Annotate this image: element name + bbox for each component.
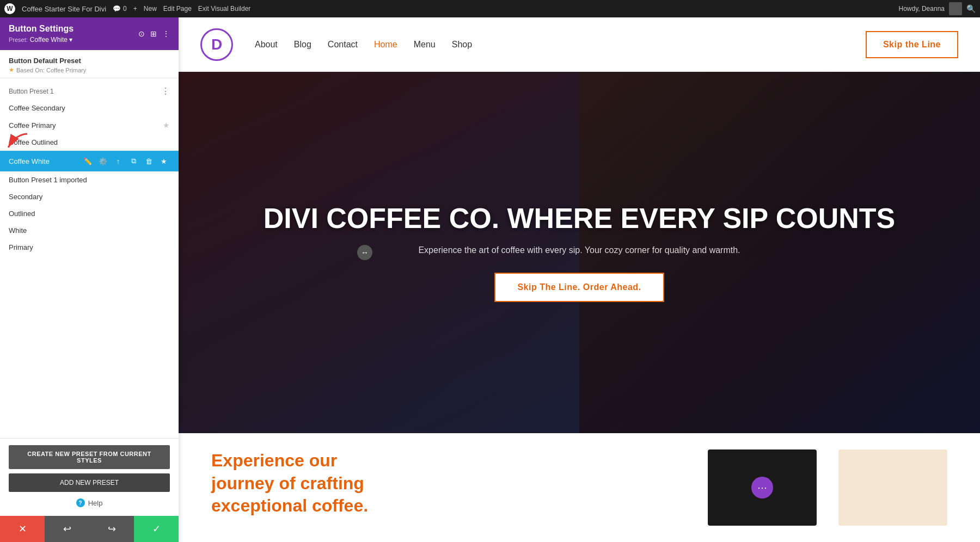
preset-dropdown[interactable]: Coffee White ▾: [30, 36, 72, 44]
panel-title: Button Settings: [9, 24, 74, 34]
resize-handle[interactable]: ↔: [357, 245, 372, 260]
site-nav: About Blog Contact Home Menu Shop: [255, 40, 866, 50]
chevron-down-icon: ▾: [69, 36, 72, 44]
preset-item-outlined[interactable]: Outlined: [0, 205, 179, 222]
site-name[interactable]: Coffee Starter Site For Divi: [22, 5, 106, 13]
default-preset-title: Button Default Preset: [9, 57, 170, 65]
focus-icon[interactable]: ⊙: [138, 29, 145, 38]
add-preset-button[interactable]: ADD NEW PRESET: [9, 473, 170, 492]
default-preset-based: ★ Based On: Coffee Primary: [9, 66, 170, 73]
exit-visual-builder-link[interactable]: Exit Visual Builder: [198, 5, 251, 13]
preset-item-actions: ✏️ ⚙️ ↑ ⧉ 🗑 ★: [82, 155, 170, 167]
hero-title: DIVI COFFEE CO. WHERE EVERY SIP COUNTS: [264, 203, 896, 234]
panel-footer: ✕ ↩ ↪ ✓: [0, 516, 179, 542]
preset-item-name: White: [9, 226, 170, 235]
wordpress-logo[interactable]: W: [4, 3, 15, 14]
copy-preset-icon[interactable]: ⧉: [127, 155, 139, 167]
hero-content: DIVI COFFEE CO. WHERE EVERY SIP COUNTS E…: [179, 72, 980, 433]
avatar: [949, 2, 962, 15]
preset-item-name: Primary: [9, 243, 170, 251]
undo-footer-button[interactable]: ↩: [45, 516, 89, 542]
save-footer-button[interactable]: ✓: [134, 516, 179, 542]
lower-section: Experience our journey of crafting excep…: [179, 433, 980, 542]
preset-item-name: Secondary: [9, 193, 170, 201]
preset-item-white[interactable]: White: [0, 222, 179, 239]
cancel-footer-button[interactable]: ✕: [0, 516, 45, 542]
preset-item-name: Coffee White: [9, 157, 82, 165]
settings-preset-icon[interactable]: ⚙️: [97, 155, 109, 167]
help-icon[interactable]: ?: [76, 498, 85, 507]
based-on-text: Based On: Coffee Primary: [16, 67, 86, 73]
preset-name: Coffee White: [30, 36, 68, 44]
preset-item-btn-preset-imported[interactable]: Button Preset 1 imported: [0, 171, 179, 188]
logo-letter: D: [211, 36, 222, 53]
export-preset-icon[interactable]: ↑: [112, 155, 124, 167]
howdy-text: Howdy, Deanna: [899, 5, 945, 13]
preset-item-coffee-secondary[interactable]: Coffee Secondary: [0, 100, 179, 116]
preset-item-name: Coffee Primary: [9, 121, 163, 130]
nav-blog[interactable]: Blog: [294, 40, 311, 50]
nav-about[interactable]: About: [255, 40, 278, 50]
button-settings-panel: Button Settings Preset: Coffee White ▾ ⊙…: [0, 17, 179, 542]
preset-item-name: Button Preset 1 imported: [9, 176, 170, 184]
preset-list: Button Preset 1 ⋮ Coffee Secondary Coffe…: [0, 78, 179, 438]
nav-contact[interactable]: Contact: [328, 40, 358, 50]
comment-icon: 💬: [113, 5, 121, 13]
right-content: D About Blog Contact Home Menu Shop Skip…: [179, 17, 980, 542]
site-logo: D: [200, 28, 233, 61]
panel-bottom: CREATE NEW PRESET FROM CURRENT STYLES AD…: [0, 438, 179, 516]
header-cta-button[interactable]: Skip the Line: [866, 31, 958, 58]
nav-home[interactable]: Home: [374, 40, 397, 50]
new-button[interactable]: New: [144, 5, 157, 13]
preset-item-coffee-outlined[interactable]: Coffee Outlined: [0, 134, 179, 151]
preset-item-primary[interactable]: Primary: [0, 239, 179, 256]
panel-header: Button Settings Preset: Coffee White ▾ ⊙…: [0, 17, 179, 50]
preset-item-name: Coffee Outlined: [9, 138, 170, 146]
redo-footer-button[interactable]: ↪: [89, 516, 134, 542]
comment-count: 0: [123, 5, 127, 13]
lower-card-icon: ⋯: [751, 477, 773, 498]
lower-text-area: Experience our journey of crafting excep…: [211, 449, 686, 518]
comment-bubble[interactable]: 💬 0: [113, 5, 127, 13]
edit-page-link[interactable]: Edit Page: [163, 5, 192, 13]
panel-preset-row: Preset: Coffee White ▾: [9, 36, 74, 44]
star-icon: ★: [9, 66, 14, 73]
hero-cta-button[interactable]: Skip The Line. Order Ahead.: [494, 273, 664, 302]
hero-section: DIVI COFFEE CO. WHERE EVERY SIP COUNTS E…: [179, 72, 980, 433]
star-preset-icon[interactable]: ★: [158, 155, 170, 167]
admin-bar-right: Howdy, Deanna 🔍: [899, 2, 976, 15]
lower-card-dark: ⋯: [708, 449, 817, 526]
default-preset-section: Button Default Preset ★ Based On: Coffee…: [0, 50, 179, 78]
more-options-icon[interactable]: ⋮: [162, 29, 170, 38]
delete-preset-icon[interactable]: 🗑: [143, 155, 155, 167]
lower-text: Experience our journey of crafting excep…: [211, 449, 375, 518]
create-preset-button[interactable]: CREATE NEW PRESET FROM CURRENT STYLES: [9, 445, 170, 469]
panel-header-icons: ⊙ ⊞ ⋮: [138, 29, 170, 38]
help-label: Help: [88, 499, 103, 507]
preset-label: Preset:: [9, 36, 28, 43]
lower-card-light: [838, 449, 947, 526]
admin-bar: W Coffee Starter Site For Divi 💬 0 + New…: [0, 0, 980, 17]
search-icon[interactable]: 🔍: [966, 4, 976, 13]
preset-group-label: Button Preset 1: [9, 88, 54, 95]
preset-group-menu-icon[interactable]: ⋮: [161, 86, 170, 96]
nav-menu[interactable]: Menu: [414, 40, 436, 50]
layout-icon[interactable]: ⊞: [150, 29, 157, 38]
preset-item-secondary[interactable]: Secondary: [0, 188, 179, 205]
site-header: D About Blog Contact Home Menu Shop Skip…: [179, 17, 980, 72]
new-label: New: [144, 5, 157, 13]
edit-preset-icon[interactable]: ✏️: [82, 155, 94, 167]
star-filled-icon: ★: [163, 121, 170, 130]
preset-item-name: Outlined: [9, 210, 170, 218]
nav-shop[interactable]: Shop: [452, 40, 472, 50]
preset-group-header: Button Preset 1 ⋮: [0, 83, 179, 100]
preset-item-coffee-primary[interactable]: Coffee Primary ★: [0, 116, 179, 134]
hero-subtitle: Experience the art of coffee with every …: [418, 245, 740, 255]
preset-item-coffee-white[interactable]: Coffee White ✏️ ⚙️ ↑ ⧉ 🗑 ★: [0, 151, 179, 171]
preset-item-name: Coffee Secondary: [9, 104, 170, 112]
help-row: ? Help: [9, 498, 170, 507]
main-layout: Button Settings Preset: Coffee White ▾ ⊙…: [0, 17, 980, 542]
